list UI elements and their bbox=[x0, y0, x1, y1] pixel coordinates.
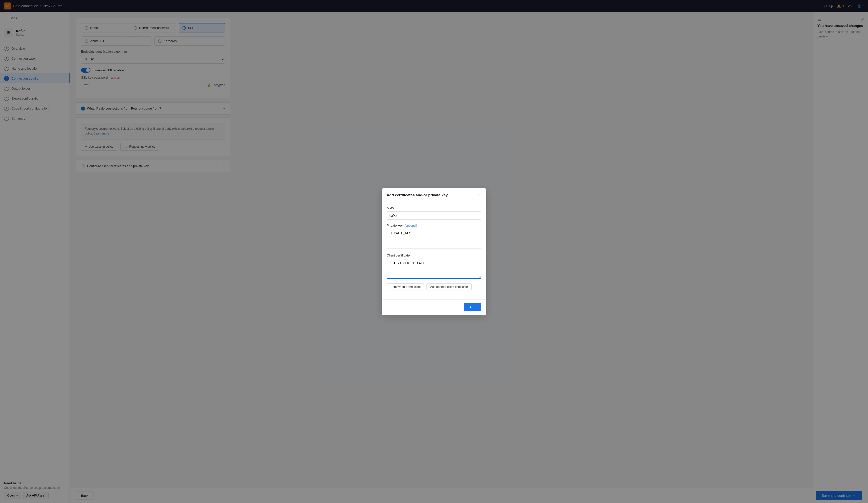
add-another-certificate-button[interactable]: Add another client certificate bbox=[426, 283, 472, 290]
private-key-textarea[interactable]: PRIVATE_KEY bbox=[386, 229, 482, 249]
client-cert-label: Client certificate bbox=[386, 253, 482, 257]
modal-body: Alias Private key (optional) PRIVATE_KEY… bbox=[382, 201, 486, 299]
alias-field: Alias bbox=[386, 206, 482, 220]
modal-title: Add certificates and/or private key bbox=[386, 193, 448, 197]
cert-actions: Remove this certificate Add another clie… bbox=[386, 283, 482, 290]
client-cert-textarea[interactable]: CLIENT_CERTIFICATE bbox=[386, 259, 482, 279]
modal-footer: Add bbox=[382, 299, 486, 315]
modal-add-button[interactable]: Add bbox=[464, 303, 482, 311]
private-key-field: Private key (optional) PRIVATE_KEY bbox=[386, 223, 482, 250]
add-certificates-modal: Add certificates and/or private key ✕ Al… bbox=[382, 188, 486, 315]
modal-overlay[interactable]: Add certificates and/or private key ✕ Al… bbox=[0, 0, 868, 503]
alias-label: Alias bbox=[386, 206, 482, 210]
modal-header: Add certificates and/or private key ✕ bbox=[382, 188, 486, 201]
client-cert-field: Client certificate CLIENT_CERTIFICATE bbox=[386, 253, 482, 280]
alias-input[interactable] bbox=[386, 211, 482, 220]
remove-certificate-button[interactable]: Remove this certificate bbox=[386, 283, 424, 290]
private-key-label: Private key (optional) bbox=[386, 223, 482, 227]
modal-close-button[interactable]: ✕ bbox=[478, 193, 482, 197]
